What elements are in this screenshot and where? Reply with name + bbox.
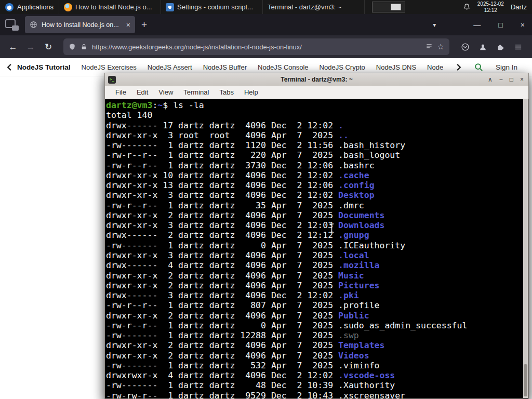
taskbar-button[interactable]: How to Install Node.js o... (59, 0, 161, 14)
terminal-line: drwx------ 2 dartz dartz 4096 Dec 2 12:1… (106, 230, 528, 240)
back-button[interactable]: ← (5, 43, 21, 51)
terminal-line: -rw------- 1 dartz dartz 12288 Apr 7 202… (106, 330, 528, 340)
nav-scroll-left-icon[interactable] (6, 63, 12, 71)
terminal-scrollbar-thumb[interactable] (524, 364, 527, 396)
prompt-command: ls -la (173, 100, 204, 110)
firefox-view-icon[interactable] (5, 19, 19, 31)
window-controls: ▾ — □ × (433, 21, 532, 29)
terminal-line: drwxrwxr-x 4 dartz dartz 4096 Dec 2 12:0… (106, 370, 528, 380)
site-nav-link[interactable]: NodeJS Crypto (320, 63, 365, 71)
terminal-app-icon: >_ (108, 76, 116, 84)
site-nav-link[interactable]: Node (427, 63, 443, 71)
nav-scroll-right-icon[interactable] (456, 63, 462, 71)
firefox-view-front-pane (12, 25, 19, 31)
site-nav-link[interactable]: NodeJS Console (258, 63, 309, 71)
menu-view[interactable]: View (153, 88, 178, 96)
reader-mode-icon[interactable] (425, 43, 433, 50)
account-icon[interactable] (478, 43, 487, 51)
toolbar-right-icons (457, 43, 527, 51)
tab-favicon-globe-icon (30, 21, 37, 29)
window-minimize-button[interactable]: — (473, 21, 481, 29)
panel-tasks: How to Install Node.js o...Settings - co… (59, 0, 365, 14)
terminal-line: -rw-r--r-- 1 dartz dartz 220 Apr 7 2025 … (106, 150, 528, 160)
tracking-shield-icon[interactable] (69, 43, 76, 50)
forward-button[interactable]: → (23, 43, 38, 51)
clock-date: 2025-12-02 (477, 1, 504, 7)
site-nav-link[interactable]: NodeJS Assert (148, 63, 192, 71)
browser-tab[interactable]: How to Install Node.js on... × (25, 16, 135, 33)
terminal-line: -rw-r--r-- 1 dartz dartz 3730 Dec 2 12:0… (106, 161, 528, 170)
terminal-listing: drwx------ 17 dartz dartz 4096 Dec 2 12:… (106, 121, 528, 398)
site-nav-link[interactable]: NodeJS Buffer (203, 63, 247, 71)
bookmark-star-icon[interactable]: ☆ (437, 42, 444, 51)
url-text[interactable]: https://www.geeksforgeeks.org/node-js/in… (92, 43, 421, 51)
applications-menu-button[interactable]: Applications (0, 0, 59, 14)
pocket-icon[interactable] (461, 43, 470, 51)
terminal-total-line: total 140 (106, 110, 528, 120)
terminal-minimize-button[interactable]: − (499, 76, 503, 83)
menu-file[interactable]: File (110, 88, 131, 96)
terminal-output[interactable]: dartz@vm3:~$ls -la total 140 drwx------ … (105, 99, 528, 398)
site-nav-link[interactable]: NodeJS DNS (376, 63, 416, 71)
site-search-icon[interactable] (474, 63, 483, 72)
menu-tabs[interactable]: Tabs (214, 88, 238, 96)
site-nav-links: NodeJS TutorialNodeJS ExercisesNodeJS As… (17, 63, 443, 71)
terminal-close-button[interactable]: × (520, 76, 524, 83)
taskbar-button[interactable]: >_Terminal - dartz@vm3: ~ (263, 0, 365, 14)
panel-status-area: 2025-12-02 12:12 Dartz (463, 0, 532, 14)
navigation-toolbar: ← → ↻ https://www.geeksforgeeks.org/node… (0, 35, 532, 58)
menu-edit[interactable]: Edit (131, 88, 153, 96)
terminal-line: drwxr-xr-x 2 dartz dartz 4096 Apr 7 2025… (106, 351, 528, 361)
applications-label: Applications (17, 3, 54, 11)
terminal-line: drwxr-xr-x 3 dartz dartz 4096 Dec 2 12:0… (106, 220, 528, 230)
terminal-menubar: File Edit View Terminal Tabs Help (105, 86, 528, 99)
terminal-prompt-line: dartz@vm3:~$ls -la (106, 100, 528, 110)
terminal-line: drwxr-xr-x 13 dartz dartz 4096 Dec 2 12:… (106, 180, 528, 190)
terminal-shade-button[interactable]: ∧ (488, 76, 493, 83)
terminal-window-controls: ∧ − □ × (488, 76, 528, 83)
extensions-puzzle-icon[interactable] (496, 43, 505, 51)
terminal-maximize-button[interactable]: □ (510, 76, 513, 83)
taskbar-button[interactable]: Settings - codium script... (161, 0, 263, 14)
applications-icon (5, 3, 14, 11)
terminal-title: Terminal - dartz@vm3: ~ (281, 76, 353, 83)
terminal-line: -rw------- 1 dartz dartz 1120 Dec 2 11:5… (106, 140, 528, 150)
desktop: Applications How to Install Node.js o...… (0, 0, 532, 399)
terminal-line: drwxr-xr-x 2 dartz dartz 4096 Apr 7 2025… (106, 281, 528, 290)
sign-in-link[interactable]: Sign In (496, 63, 517, 71)
terminal-window: >_ Terminal - dartz@vm3: ~ ∧ − □ × File … (104, 73, 529, 399)
list-all-tabs-icon[interactable]: ▾ (433, 21, 436, 29)
lock-icon[interactable] (81, 44, 87, 50)
tab-close-icon[interactable]: × (126, 21, 130, 29)
terminal-line: drwxr-xr-x 10 dartz dartz 4096 Dec 2 12:… (106, 170, 528, 180)
tab-bar: How to Install Node.js on... × + ▾ — □ × (0, 14, 532, 35)
window-close-button[interactable]: × (521, 21, 525, 29)
menu-hamburger-icon[interactable] (514, 43, 523, 51)
terminal-line: drwxr-xr-x 2 dartz dartz 4096 Apr 7 2025… (106, 311, 528, 321)
menu-help[interactable]: Help (239, 88, 263, 96)
terminal-line: drwxr-xr-x 3 dartz dartz 4096 Dec 2 12:0… (106, 190, 528, 200)
panel-clock[interactable]: 2025-12-02 12:12 (477, 1, 504, 14)
terminal-line: -rw------- 1 dartz dartz 48 Dec 2 10:39 … (106, 380, 528, 390)
prompt-user-host: dartz@vm3 (106, 100, 152, 110)
taskbar-label: Settings - codium script... (177, 3, 253, 11)
prompt-colon: : (152, 100, 157, 110)
new-tab-button[interactable]: + (141, 20, 147, 30)
terminal-line: drwxr-xr-x 2 dartz dartz 4096 Apr 7 2025… (106, 210, 528, 220)
terminal-line: -rw-r--r-- 1 dartz dartz 0 Apr 7 2025 .s… (106, 321, 528, 330)
terminal-line: drwxr-xr-x 3 root root 4096 Apr 7 2025 .… (106, 130, 528, 140)
url-bar[interactable]: https://www.geeksforgeeks.org/node-js/in… (63, 38, 449, 55)
reload-button[interactable]: ↻ (41, 43, 56, 51)
notification-bell-icon[interactable] (463, 3, 471, 11)
site-nav-link[interactable]: NodeJS Exercises (82, 63, 137, 71)
menu-terminal[interactable]: Terminal (178, 88, 214, 96)
terminal-titlebar[interactable]: >_ Terminal - dartz@vm3: ~ ∧ − □ × (105, 73, 528, 86)
workspace-pager[interactable] (372, 2, 405, 12)
tab-title: How to Install Node.js on... (42, 21, 122, 29)
site-nav-link[interactable]: NodeJS Tutorial (17, 63, 71, 71)
prompt-path: ~ (157, 100, 163, 110)
window-maximize-button[interactable]: □ (498, 21, 502, 29)
taskbar-label: Terminal - dartz@vm3: ~ (268, 3, 341, 11)
terminal-scrollbar[interactable] (523, 99, 528, 398)
terminal-line: -rw-r--r-- 1 dartz dartz 807 Apr 7 2025 … (106, 300, 528, 310)
